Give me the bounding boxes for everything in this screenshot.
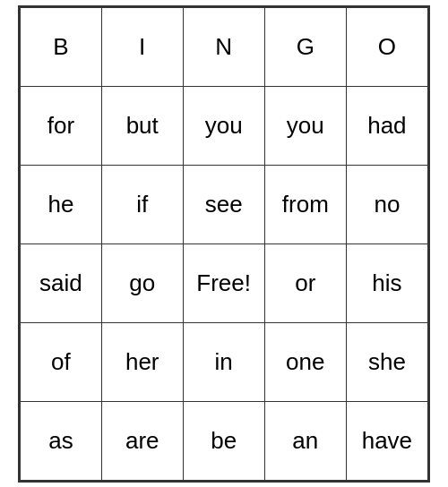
bingo-cell: go (101, 244, 183, 322)
table-row: heifseefromno (21, 165, 428, 244)
header-cell: I (101, 7, 183, 86)
table-row: ofherinoneshe (21, 322, 428, 401)
bingo-cell: his (346, 244, 427, 322)
table-row: saidgoFree!orhis (21, 244, 428, 322)
bingo-table: BINGO forbutyouyouhadheifseefromnosaidgo… (20, 7, 428, 481)
bingo-body: forbutyouyouhadheifseefromnosaidgoFree!o… (21, 86, 428, 480)
bingo-cell: her (101, 322, 183, 401)
bingo-cell: of (21, 322, 102, 401)
bingo-cell: you (264, 86, 346, 165)
bingo-cell: be (183, 401, 264, 480)
bingo-cell: or (264, 244, 346, 322)
bingo-cell: one (264, 322, 346, 401)
header-cell: G (264, 7, 346, 86)
bingo-cell: you (183, 86, 264, 165)
table-row: asarebeanhave (21, 401, 428, 480)
bingo-cell: but (101, 86, 183, 165)
bingo-cell: are (101, 401, 183, 480)
bingo-cell: an (264, 401, 346, 480)
header-row: BINGO (21, 7, 428, 86)
bingo-cell: if (101, 165, 183, 244)
bingo-cell: have (346, 401, 427, 480)
bingo-cell: she (346, 322, 427, 401)
bingo-cell: had (346, 86, 427, 165)
bingo-card: BINGO forbutyouyouhadheifseefromnosaidgo… (18, 5, 430, 483)
header-cell: N (183, 7, 264, 86)
table-row: forbutyouyouhad (21, 86, 428, 165)
bingo-cell: from (264, 165, 346, 244)
bingo-cell: for (21, 86, 102, 165)
header-cell: O (346, 7, 427, 86)
bingo-cell: said (21, 244, 102, 322)
bingo-cell: he (21, 165, 102, 244)
bingo-cell: in (183, 322, 264, 401)
bingo-cell: see (183, 165, 264, 244)
bingo-cell: as (21, 401, 102, 480)
header-cell: B (21, 7, 102, 86)
bingo-cell: no (346, 165, 427, 244)
bingo-cell: Free! (183, 244, 264, 322)
